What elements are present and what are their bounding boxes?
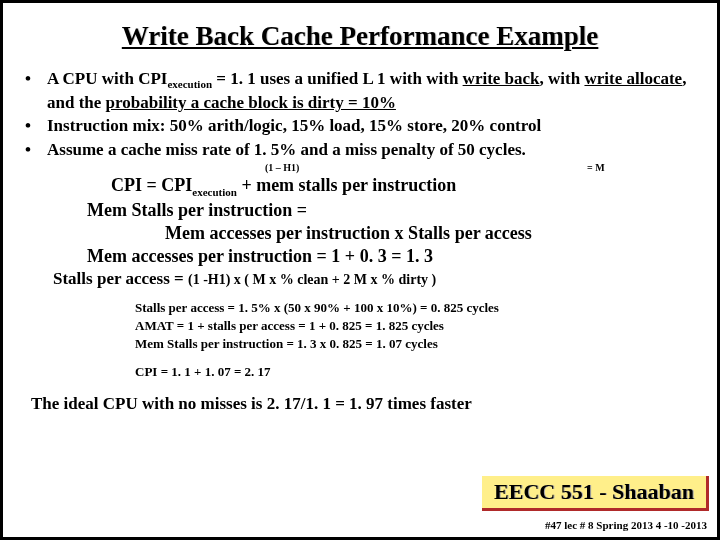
equation: Mem accesses per instruction x Stalls pe…	[25, 222, 695, 245]
equations: CPI = CPIexecution + mem stalls per inst…	[25, 174, 695, 290]
bullet-item: • A CPU with CPIexecution = 1. 1 uses a …	[25, 68, 695, 113]
ideal-line: The ideal CPU with no misses is 2. 17/1.…	[25, 394, 695, 414]
subscript: execution	[167, 78, 212, 90]
annotation-right: = M	[587, 162, 605, 173]
calculation-block: Stalls per access = 1. 5% x (50 x 90% + …	[25, 299, 695, 352]
calc-line: AMAT = 1 + stalls per access = 1 + 0. 82…	[135, 317, 695, 335]
calc-line: Mem Stalls per instruction = 1. 3 x 0. 8…	[135, 335, 695, 353]
calc-line: Stalls per access = 1. 5% x (50 x 90% + …	[135, 299, 695, 317]
annotation-left: (1 – H1)	[265, 162, 299, 173]
underline-text: probability a cache block is dirty = 10%	[106, 93, 396, 112]
subscript: execution	[192, 185, 237, 197]
equation: CPI = CPIexecution + mem stalls per inst…	[25, 174, 695, 199]
equation: Mem Stalls per instruction =	[25, 199, 695, 222]
annotation-row: (1 – H1) = M	[25, 162, 695, 176]
cpi-calc: CPI = 1. 1 + 1. 07 = 2. 17	[25, 364, 695, 380]
slide-title: Write Back Cache Performance Example	[25, 21, 695, 52]
slide: Write Back Cache Performance Example • A…	[0, 0, 720, 540]
bullet-list: • A CPU with CPIexecution = 1. 1 uses a …	[25, 68, 695, 160]
course-badge: EECC 551 - Shaaban	[482, 476, 709, 511]
equation: Mem accesses per instruction = 1 + 0. 3 …	[25, 245, 695, 268]
bullet-item: • Instruction mix: 50% arith/logic, 15% …	[25, 115, 695, 136]
text: = 1. 1 uses a unified L 1 with with	[212, 69, 463, 88]
text: A CPU with CPI	[47, 69, 167, 88]
bullet-item: • Assume a cache miss rate of 1. 5% and …	[25, 139, 695, 160]
underline-text: write allocate	[584, 69, 682, 88]
footer-note: #47 lec # 8 Spring 2013 4 -10 -2013	[545, 519, 707, 531]
underline-text: write back	[463, 69, 540, 88]
equation: Stalls per access = (1 -H1) x ( M x % cl…	[25, 268, 695, 290]
text: , with	[540, 69, 585, 88]
